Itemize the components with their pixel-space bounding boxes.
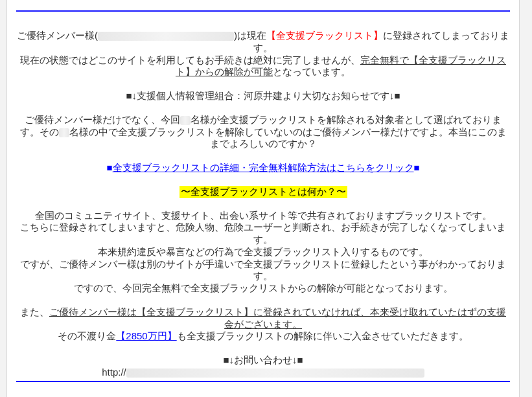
redacted-name [98, 32, 234, 41]
desc5: ですので、今回完全無料で全支援ブラックリストからの解除が可能となっております。 [16, 282, 510, 295]
desc2: こちらに登録されてしまいますと、危険人物、危険ユーザーと判断され、お手続きが完了… [16, 221, 510, 246]
body-text: ご優待メンバー様()は現在【全支援ブラックリスト】に登録されてしまっております。… [16, 30, 510, 379]
notice-header: ■↓支援個人情報管理組合：河原井建より大切なお知らせです↓■ [16, 90, 510, 102]
desc1: 全国のコミュニティサイト、支援サイト、出会い系サイト等で共有されておりますブラッ… [16, 210, 510, 222]
redacted-url [126, 369, 424, 378]
box-left: ■ [106, 162, 112, 173]
line4-after: 名様の中で全支援ブラックリストを解除していないのはご優待メンバー様だけですよ。本… [69, 126, 507, 150]
divider-top [16, 10, 510, 12]
redacted-count-1 [180, 116, 191, 125]
url-prefix: http:// [102, 367, 126, 378]
bonus-before: また、 [20, 306, 49, 317]
red-blacklist-tag: 【全支援ブラックリスト】 [266, 30, 383, 41]
bonus-line: また、ご優待メンバー様は【全支援ブラックリスト】に登録されていなければ、本来受け… [16, 306, 510, 331]
line2-after: となっています。 [273, 66, 351, 77]
money-amount-link[interactable]: 【2850万円】 [116, 330, 176, 341]
line4: ご優待メンバー様だけでなく、今回名様が全支援ブラックリストを解除される対象者とし… [16, 114, 510, 150]
line2-before: 現在の状態ではどこのサイトを利用してもお手続きは絶対に完了しませんが、 [20, 54, 360, 65]
intro-prefix: ご優待メンバー様( [17, 30, 98, 41]
money-after: も全支援ブラックリストの解除に伴いご入金させていただきます。 [177, 330, 468, 341]
contact-url-line: http:// [16, 367, 510, 379]
intro-suffix-before: )は現在 [234, 30, 266, 41]
yellow-header: 〜全支援ブラックリストとは何か？〜 [179, 186, 347, 198]
yellow-header-line: 〜全支援ブラックリストとは何か？〜 [16, 186, 510, 198]
detail-link-line: ■全支援ブラックリストの詳細・完全無料解除方法はこちらをクリック■ [16, 162, 510, 174]
line4-before: ご優待メンバー様だけでなく、今回 [25, 114, 180, 125]
desc4: ですが、ご優待メンバー様は別のサイトが手違いで全支援ブラックリストに登録したとい… [16, 258, 510, 283]
intro-line: ご優待メンバー様()は現在【全支援ブラックリスト】に登録されてしまっております。 [16, 30, 510, 54]
redacted-count-2 [59, 128, 69, 137]
money-before: その不渡り金 [58, 330, 116, 341]
money-line: その不渡り金【2850万円】も全支援ブラックリストの解除に伴いご入金させていただ… [16, 330, 510, 343]
desc3: 本来規約違反や暴言などの行為で全支援ブラックリスト入りするものです。 [16, 246, 510, 258]
detail-link[interactable]: 全支援ブラックリストの詳細・完全無料解除方法はこちらをクリック [113, 162, 414, 173]
box-right: ■ [414, 162, 420, 173]
document-panel: ご優待メンバー様()は現在【全支援ブラックリスト】に登録されてしまっております。… [6, 0, 520, 397]
divider-bottom [16, 381, 510, 382]
bonus-underline: ご優待メンバー様は【全支援ブラックリスト】に登録されていなければ、本来受け取れて… [49, 306, 506, 330]
line2: 現在の状態ではどこのサイトを利用してもお手続きは絶対に完了しませんが、完全無料で… [16, 54, 510, 79]
contact-header: ■↓お問い合わせ↓■ [16, 354, 510, 367]
